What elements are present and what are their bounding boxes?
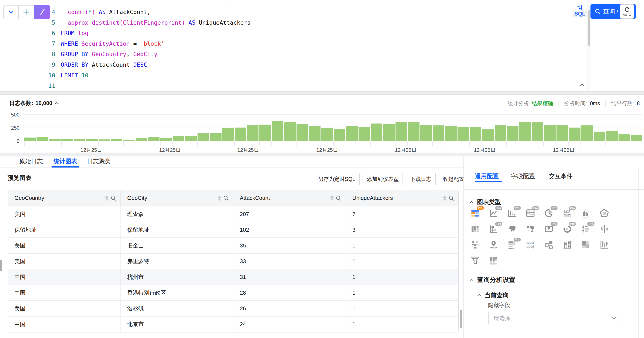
histogram-bar[interactable] — [433, 125, 444, 141]
editor-collapse-chevron[interactable] — [579, 83, 584, 87]
histogram-bar[interactable] — [358, 127, 370, 141]
route-map-icon[interactable] — [489, 240, 498, 250]
code-line[interactable]: 8GROUP BY GeoCountry, GeoCity — [41, 49, 251, 60]
histogram-bar[interactable] — [569, 128, 580, 141]
sql-mode-toggle[interactable]: SQL — [573, 4, 587, 17]
sort-icon[interactable] — [218, 196, 221, 201]
word-cloud-icon[interactable]: wordcloudword — [526, 240, 535, 250]
histogram-bar[interactable] — [148, 137, 160, 141]
histogram-bar[interactable] — [346, 126, 358, 141]
candlestick-icon[interactable] — [600, 224, 609, 234]
column-3d-icon[interactable] — [562, 240, 572, 250]
code-line[interactable]: 7WHERE SecurityAction = 'block' — [41, 39, 251, 49]
table-row[interactable]: 中国香港特别行政区281 — [8, 285, 458, 300]
histogram-bar[interactable] — [618, 134, 630, 141]
code-line[interactable]: 11 — [41, 81, 251, 91]
histogram-bar[interactable] — [556, 125, 568, 141]
topology-icon[interactable] — [544, 240, 554, 250]
matrix-table-icon[interactable] — [489, 255, 498, 265]
histogram-bar[interactable] — [383, 124, 395, 141]
tab-field-config[interactable]: 字段配置 — [511, 172, 535, 180]
sql-code-area[interactable]: 4 count(*) AS AttackCount,5 approx_disti… — [41, 7, 251, 91]
editor-scrollbar-thumb[interactable] — [588, 10, 590, 46]
page-scrollbar-fragment[interactable] — [0, 260, 2, 271]
histogram-bar[interactable] — [544, 125, 556, 141]
column-search-icon[interactable] — [448, 195, 454, 201]
column-search-icon[interactable] — [111, 195, 116, 201]
tab-statistics-chart[interactable]: 统计图表 — [54, 157, 77, 165]
tab-raw-logs[interactable]: 原始日志 — [19, 157, 43, 165]
histogram-bar[interactable] — [235, 128, 246, 141]
bar-chart-icon[interactable]: Pro — [507, 208, 517, 218]
histogram-bar[interactable] — [222, 128, 234, 141]
tab-general-config[interactable]: 通用配置 — [475, 172, 499, 180]
column-search-icon[interactable] — [223, 195, 229, 201]
download-logs-button[interactable]: 下载日志 — [406, 173, 436, 185]
table-chart-icon[interactable]: Pro — [470, 208, 480, 218]
histogram-bar[interactable] — [272, 121, 283, 141]
histogram-bar[interactable] — [458, 127, 469, 141]
tab-log-clustering[interactable]: 日志聚类 — [87, 157, 111, 165]
histogram-icon[interactable] — [581, 208, 591, 218]
hidden-fields-select[interactable]: 请选择 — [488, 312, 621, 324]
histogram-bar[interactable] — [36, 137, 48, 141]
sort-icon[interactable] — [443, 196, 446, 201]
table-row[interactable]: 中国杭州市311 — [8, 269, 458, 285]
code-line[interactable]: 4 count(*) AS AttackCount, — [41, 7, 251, 18]
histogram-bar[interactable] — [210, 133, 221, 141]
histogram-bar[interactable] — [334, 129, 345, 141]
histogram-bar[interactable] — [160, 138, 172, 141]
histogram-bar[interactable] — [284, 122, 296, 141]
treemap-icon[interactable] — [581, 240, 591, 250]
box-plot-icon[interactable] — [600, 240, 609, 250]
histogram-bar[interactable] — [74, 139, 85, 141]
table-row[interactable]: 美国弗里蒙特331 — [8, 253, 458, 269]
sort-icon[interactable] — [330, 196, 334, 201]
histogram-bar[interactable] — [532, 122, 543, 141]
table-row[interactable]: 美国洛杉矶261 — [8, 300, 458, 316]
timeline-icon[interactable]: Pro — [581, 224, 591, 234]
table-row[interactable]: 保留地址保留地址1023 — [8, 222, 458, 238]
histogram-bar[interactable] — [259, 125, 271, 141]
histogram-bar[interactable] — [420, 125, 432, 141]
radar-chart-icon[interactable] — [600, 208, 609, 218]
histogram-bar[interactable] — [321, 128, 333, 141]
histogram-bar[interactable] — [173, 136, 184, 141]
code-line[interactable]: 10LIMIT 10 — [41, 70, 251, 81]
log-count-header[interactable]: 日志条数: 10,000 — [9, 100, 59, 107]
sort-icon[interactable] — [105, 196, 108, 201]
histogram-bar[interactable] — [371, 124, 382, 141]
line-chart-icon[interactable]: Pro — [489, 208, 498, 218]
rank-list-icon[interactable]: Pro — [507, 240, 517, 250]
chart-type-section-header[interactable]: 图表类型 — [470, 198, 501, 206]
histogram-bar[interactable] — [482, 129, 494, 141]
add-query-button[interactable] — [19, 5, 34, 19]
histogram-bar[interactable] — [470, 127, 481, 141]
pie-chart-icon[interactable]: Pro — [544, 208, 554, 218]
china-map-icon[interactable] — [507, 224, 517, 234]
people-group-icon[interactable] — [470, 240, 480, 250]
histogram-bar[interactable] — [408, 122, 420, 141]
current-query-header[interactable]: 当前查询 — [477, 291, 508, 299]
histogram-bar[interactable] — [507, 126, 518, 141]
pin-map-icon[interactable]: Pro — [544, 224, 554, 234]
histogram-bar[interactable] — [581, 125, 593, 141]
histogram-bar[interactable] — [111, 139, 122, 141]
histogram-bar[interactable] — [136, 138, 147, 141]
histogram-bar[interactable] — [396, 122, 407, 141]
column-search-icon[interactable] — [336, 195, 341, 201]
histogram-bar[interactable] — [86, 139, 98, 141]
histogram-bar[interactable] — [594, 132, 605, 141]
histogram-bar[interactable] — [445, 126, 457, 141]
single-value-icon[interactable]: 123Pro — [562, 208, 572, 218]
save-as-scheduled-sql-button[interactable]: 另存为定时SQL — [314, 173, 360, 185]
progress-ring-icon[interactable]: Pro — [562, 224, 572, 234]
collapse-editor-button[interactable] — [4, 5, 19, 19]
histogram-bar[interactable] — [24, 138, 36, 141]
histogram-bar[interactable] — [519, 122, 531, 141]
histogram-bar[interactable] — [631, 135, 642, 141]
histogram-bar[interactable] — [49, 139, 60, 141]
add-to-dashboard-button[interactable]: 添加到仪表盘 — [362, 173, 403, 185]
histogram-bar[interactable] — [62, 139, 73, 141]
auto-refresh-button[interactable]: AUTO — [620, 4, 634, 19]
